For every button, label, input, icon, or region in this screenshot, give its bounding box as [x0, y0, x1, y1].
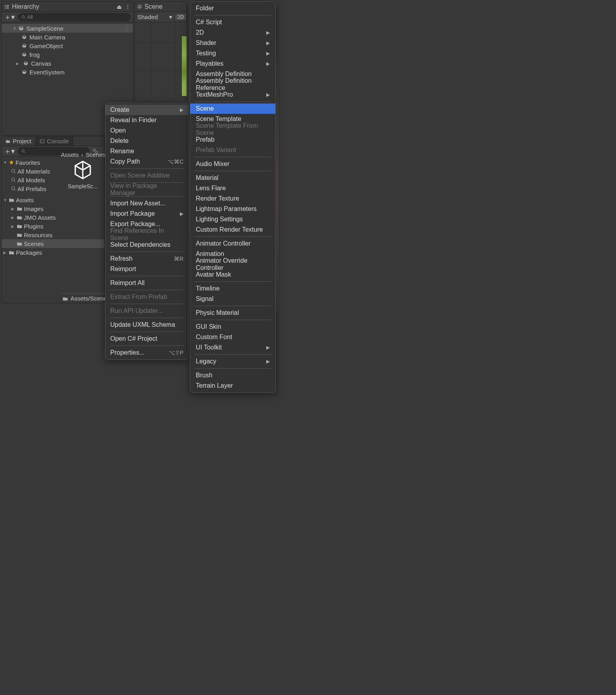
foldout-icon[interactable]: ▶ [16, 61, 20, 66]
tab-project-label: Project [13, 138, 31, 144]
menu-item-label: View in Package Manager [110, 182, 183, 197]
tab-project[interactable]: Project [2, 137, 36, 146]
packages-row[interactable]: ▶ Packages [2, 248, 104, 257]
menu-separator [109, 252, 184, 252]
breadcrumb-part[interactable]: Scenes [86, 151, 105, 158]
submenu-item[interactable]: Scene [190, 103, 275, 114]
svg-point-11 [12, 187, 15, 190]
asset-grid-item[interactable]: SampleSc... [61, 159, 105, 199]
menu-item[interactable]: Update UXML Schema [105, 320, 188, 330]
menu-item[interactable]: Copy Path⌥⌘C [105, 156, 188, 167]
tab-console[interactable]: Console [36, 137, 73, 146]
submenu-item[interactable]: C# Script [190, 17, 275, 27]
foldout-icon[interactable]: ▶ [3, 250, 7, 255]
folder-icon [17, 241, 22, 246]
submenu-item[interactable]: Physic Material [190, 308, 275, 318]
foldout-icon[interactable]: ▼ [13, 26, 17, 31]
breadcrumb-part[interactable]: Assets [61, 151, 79, 158]
foldout-icon[interactable]: ▼ [3, 160, 7, 165]
menu-icon[interactable]: ⋮ [125, 4, 131, 10]
submenu-item[interactable]: Audio Mixer [190, 159, 275, 169]
folder-label: Resources [24, 232, 53, 238]
submenu-item[interactable]: Playables▶ [190, 59, 275, 69]
menu-item[interactable]: Properties...⌥⇧P [105, 348, 188, 358]
search-placeholder: All [27, 14, 33, 20]
create-submenu: FolderC# Script2D▶Shader▶Testing▶Playabl… [190, 1, 276, 393]
hierarchy-item[interactable]: EventSystem [2, 68, 133, 76]
chevron-right-icon: › [81, 151, 83, 158]
foldout-icon[interactable]: ▶ [11, 207, 15, 211]
foldout-icon[interactable]: ▶ [11, 224, 15, 228]
menu-item[interactable]: Reveal in Finder [105, 115, 188, 125]
submenu-item[interactable]: Terrain Layer [190, 381, 275, 391]
menu-item[interactable]: Reimport [105, 264, 188, 274]
menu-item[interactable]: Reimport All [105, 278, 188, 288]
hierarchy-item[interactable]: Main Camera [2, 33, 133, 41]
asset-folder-item[interactable]: Resources [2, 230, 104, 239]
foldout-icon[interactable]: ▶ [11, 215, 15, 220]
favorite-label: All Materials [18, 168, 50, 175]
menu-item-label: Create [110, 106, 129, 113]
submenu-item-label: Render Texture [196, 195, 239, 202]
asset-folder-item[interactable]: ▶Images [2, 204, 104, 213]
lock-icon[interactable]: ⏏ [117, 4, 122, 10]
asset-folder-item[interactable]: ▶JMO Assets [2, 213, 104, 222]
submenu-item[interactable]: Animator Controller [190, 238, 275, 249]
submenu-item[interactable]: Lighting Settings [190, 214, 275, 225]
hierarchy-item[interactable]: frog [2, 50, 133, 59]
folder-label: Images [24, 205, 43, 212]
menu-item[interactable]: Import New Asset... [105, 198, 188, 209]
project-create-button[interactable]: ＋▾ [4, 146, 15, 156]
shading-dropdown[interactable]: Shaded ▾ [137, 14, 172, 21]
submenu-item[interactable]: Animator Override Controller [190, 259, 275, 269]
submenu-item[interactable]: Custom Font [190, 332, 275, 342]
scene-row[interactable]: ▼ SampleScene ⋮ [2, 24, 133, 33]
menu-item[interactable]: Create▶ [105, 105, 188, 115]
hierarchy-search-input[interactable]: All [18, 13, 131, 21]
submenu-item[interactable]: Timeline [190, 283, 275, 294]
foldout-icon[interactable]: ▼ [3, 198, 7, 202]
submenu-item[interactable]: Lens Flare [190, 183, 275, 193]
submenu-item[interactable]: Folder [190, 3, 275, 14]
submenu-item[interactable]: Lightmap Parameters [190, 204, 275, 214]
submenu-item[interactable]: Testing▶ [190, 48, 275, 59]
scene-viewport[interactable] [135, 22, 187, 102]
submenu-item[interactable]: GUI Skin [190, 322, 275, 332]
submenu-item-label: Legacy [196, 358, 216, 365]
hierarchy-create-button[interactable]: ＋▾ [4, 12, 15, 22]
asset-folder-item[interactable]: ▶Plugins [2, 222, 104, 230]
menu-item[interactable]: Open [105, 125, 188, 136]
submenu-item[interactable]: UI Toolkit▶ [190, 342, 275, 353]
submenu-item[interactable]: Shader▶ [190, 38, 275, 48]
svg-point-9 [12, 178, 15, 181]
submenu-item[interactable]: Render Texture [190, 193, 275, 204]
hierarchy-item-label: Canvas [31, 60, 51, 67]
submenu-item[interactable]: Material [190, 173, 275, 183]
menu-separator [194, 15, 271, 16]
hierarchy-item[interactable]: GameObject [2, 41, 133, 50]
submenu-item[interactable]: Assembly Definition Reference [190, 79, 275, 90]
tab-console-label: Console [47, 138, 69, 144]
menu-item-label: Run API Updater... [110, 307, 163, 314]
menu-separator [109, 346, 184, 346]
menu-item[interactable]: Delete [105, 136, 188, 146]
hierarchy-header: Hierarchy ⏏ ⋮ [2, 2, 133, 12]
menu-item[interactable]: Rename [105, 146, 188, 156]
submenu-item[interactable]: 2D▶ [190, 27, 275, 38]
submenu-item[interactable]: Brush [190, 370, 275, 381]
menu-item[interactable]: Import Package▶ [105, 209, 188, 219]
submenu-item[interactable]: Custom Render Texture [190, 225, 275, 235]
submenu-item[interactable]: Legacy▶ [190, 356, 275, 367]
menu-item[interactable]: Refresh⌘R [105, 254, 188, 264]
hierarchy-item[interactable]: ▶Canvas [2, 59, 133, 68]
breadcrumb[interactable]: Assets › Scenes [61, 151, 105, 158]
asset-folder-item[interactable]: Scenes [2, 239, 104, 248]
footer-path-label: Assets/Scenes [70, 295, 110, 302]
menu-item: Extract From Prefab [105, 292, 188, 302]
row-menu-icon[interactable]: ⋮ [124, 25, 130, 32]
svg-line-10 [14, 181, 16, 182]
menu-item[interactable]: Open C# Project [105, 334, 188, 344]
submenu-item[interactable]: Signal [190, 294, 275, 304]
2d-toggle[interactable]: 2D [175, 13, 187, 21]
chevron-right-icon: ▶ [180, 211, 183, 217]
